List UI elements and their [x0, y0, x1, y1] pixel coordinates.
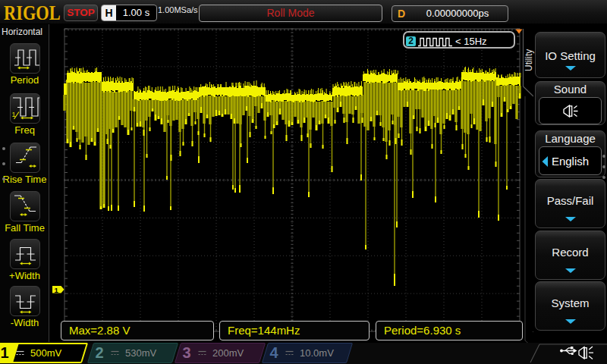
svg-text:1: 1 [55, 286, 59, 294]
